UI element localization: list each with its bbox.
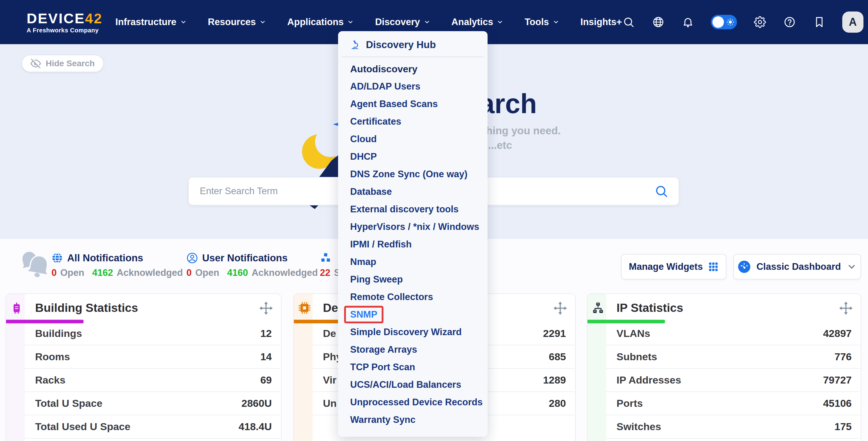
menu-item-tcp-port-scan[interactable]: TCP Port Scan bbox=[338, 359, 488, 376]
chevron-down-icon bbox=[259, 19, 266, 25]
navbar-actions: A bbox=[622, 11, 864, 33]
eye-off-icon bbox=[31, 58, 41, 69]
stat-row[interactable]: Total Used U Space418.4U bbox=[6, 415, 281, 438]
snmp-highlight-box[interactable]: SNMP bbox=[344, 306, 383, 323]
widget-title: IP Statistics bbox=[617, 301, 683, 314]
menu-insights[interactable]: Insights+ bbox=[581, 16, 622, 28]
stat-row[interactable]: VLANs42897 bbox=[587, 322, 861, 345]
menu-item-agent-based-scans[interactable]: Agent Based Scans bbox=[338, 95, 488, 113]
widget-title: Building Statistics bbox=[35, 301, 138, 314]
gauge-icon bbox=[738, 260, 751, 273]
menu-item-remote-collectors[interactable]: Remote Collectors bbox=[338, 288, 488, 306]
notifications-bell-icon bbox=[17, 246, 53, 284]
autodiscovery-menu-list: Autodiscovery AD/LDAP Users Agent Based … bbox=[338, 60, 488, 429]
search-subtitle-fragment-2: ...etc bbox=[488, 139, 512, 151]
stat-row[interactable]: Rooms14 bbox=[6, 345, 281, 368]
widget-rows: VLANs42897 Subnets776 IP Addresses79727 … bbox=[587, 322, 861, 439]
menu-item-simple-discovery-wizard[interactable]: Simple Discovery Wizard bbox=[338, 323, 488, 341]
stat-row[interactable]: Total U Space2860U bbox=[6, 392, 281, 415]
move-handle-icon[interactable] bbox=[553, 301, 567, 315]
main-menu: Infrastructure Resources Applications Di… bbox=[115, 16, 622, 28]
menu-analytics[interactable]: Analytics bbox=[452, 16, 504, 28]
user-notifications-title: User Notifications bbox=[202, 252, 287, 264]
menu-item-ipmi-redfish[interactable]: IPMI / Redfish bbox=[338, 236, 488, 253]
move-handle-icon[interactable] bbox=[259, 301, 273, 315]
chevron-down-icon bbox=[180, 19, 187, 25]
global-search-heading-fragment: arch bbox=[479, 88, 537, 120]
widget-title-fragment: De bbox=[323, 301, 338, 314]
widget-ip-statistics: IP Statistics VLANs42897 Subnets776 IP A… bbox=[587, 294, 861, 441]
discovery-dropdown-menu: Discovery Hub Autodiscovery AD/LDAP User… bbox=[338, 31, 488, 437]
all-notifications-stats: 0 Open 4162 Acknowledged bbox=[52, 267, 183, 278]
menu-item-warranty-sync[interactable]: Warranty Sync bbox=[338, 411, 488, 429]
cpu-icon bbox=[298, 301, 311, 314]
chevron-down-icon bbox=[424, 19, 430, 25]
menu-item-ad-ldap-users[interactable]: AD/LDAP Users bbox=[338, 78, 488, 95]
menu-item-ping-sweep[interactable]: Ping Sweep bbox=[338, 271, 488, 288]
third-notifications-group[interactable]: 22 S bbox=[320, 239, 340, 278]
stat-row[interactable]: Ports45106 bbox=[587, 392, 861, 415]
help-icon[interactable] bbox=[783, 15, 796, 29]
stat-row[interactable]: IP Addresses79727 bbox=[587, 369, 861, 392]
cubes-icon bbox=[320, 252, 332, 264]
menu-discovery[interactable]: Discovery bbox=[375, 16, 430, 28]
menu-item-certificates[interactable]: Certificates bbox=[338, 113, 488, 130]
manage-widgets-button[interactable]: Manage Widgets bbox=[621, 254, 726, 279]
hide-search-label: Hide Search bbox=[46, 59, 95, 68]
sun-icon bbox=[726, 18, 735, 27]
avatar[interactable]: A bbox=[842, 11, 864, 33]
toggle-knob bbox=[712, 16, 724, 28]
menu-item-discovery-hub[interactable]: Discovery Hub bbox=[338, 31, 488, 50]
menu-infrastructure[interactable]: Infrastructure bbox=[115, 16, 187, 28]
menu-resources[interactable]: Resources bbox=[208, 16, 266, 28]
building-icon bbox=[10, 301, 23, 314]
chevron-down-icon bbox=[347, 19, 354, 25]
user-notifications-stats: 0 Open 4160 Acknowledged bbox=[186, 267, 318, 278]
globe-filled-icon bbox=[52, 252, 63, 264]
chevron-down-icon bbox=[553, 19, 559, 25]
menu-item-snmp[interactable]: SNMP bbox=[338, 306, 488, 323]
globe-icon[interactable] bbox=[652, 15, 665, 29]
stat-row[interactable]: Racks69 bbox=[6, 369, 281, 392]
device42-logo[interactable]: DEVICE42 A Freshworks Company bbox=[27, 11, 102, 33]
menu-item-nmap[interactable]: Nmap bbox=[338, 253, 488, 271]
menu-item-hypervisors-nix-windows[interactable]: HyperVisors / *nix / Windows bbox=[338, 218, 488, 236]
menu-item-external-discovery-tools[interactable]: External discovery tools bbox=[338, 201, 488, 218]
logo-brand: DEVICE bbox=[27, 10, 85, 26]
third-notifications-stats: 22 S bbox=[320, 267, 340, 278]
menu-item-dhcp[interactable]: DHCP bbox=[338, 148, 488, 165]
search-icon[interactable] bbox=[654, 184, 668, 198]
chevron-down-icon bbox=[497, 19, 503, 25]
network-icon bbox=[591, 301, 605, 314]
stat-row[interactable]: Switches175 bbox=[587, 415, 861, 438]
chevron-down-icon bbox=[846, 262, 857, 272]
logo-brand-accent: 42 bbox=[85, 10, 102, 26]
gear-icon[interactable] bbox=[753, 15, 767, 29]
menu-item-storage-arrays[interactable]: Storage Arrays bbox=[338, 341, 488, 359]
search-subtitle-fragment-1: thing you need. bbox=[483, 125, 561, 137]
bookmark-icon[interactable] bbox=[813, 15, 826, 29]
stat-row[interactable]: Subnets776 bbox=[587, 345, 861, 368]
user-notifications-group[interactable]: User Notifications 0 Open 4160 Acknowled… bbox=[186, 239, 318, 278]
menu-item-cloud[interactable]: Cloud bbox=[338, 130, 488, 148]
user-circle-icon bbox=[186, 252, 198, 264]
search-icon[interactable] bbox=[622, 15, 635, 29]
bell-icon[interactable] bbox=[681, 15, 694, 29]
menu-section-autodiscovery: Autodiscovery bbox=[338, 60, 488, 78]
move-handle-icon[interactable] bbox=[839, 301, 853, 315]
device42-dashboard: DEVICE42 A Freshworks Company Infrastruc… bbox=[0, 0, 868, 441]
menu-item-ucs-aci-load-balancers[interactable]: UCS/ACI/Load Balancers bbox=[338, 376, 488, 394]
logo-tagline: A Freshworks Company bbox=[27, 27, 102, 33]
menu-item-dns-zone-sync[interactable]: DNS Zone Sync (One way) bbox=[338, 165, 488, 183]
grid-icon bbox=[708, 262, 718, 272]
menu-item-unprocessed-device-records[interactable]: Unprocessed Device Records bbox=[338, 394, 488, 411]
theme-toggle[interactable] bbox=[711, 15, 737, 29]
menu-tools[interactable]: Tools bbox=[525, 16, 559, 28]
stat-row[interactable]: Buildings12 bbox=[6, 322, 281, 345]
widget-rows: Buildings12 Rooms14 Racks69 Total U Spac… bbox=[6, 322, 281, 439]
menu-applications[interactable]: Applications bbox=[287, 16, 354, 28]
all-notifications-group[interactable]: All Notifications 0 Open 4162 Acknowledg… bbox=[52, 239, 183, 278]
hide-search-button[interactable]: Hide Search bbox=[22, 55, 103, 72]
menu-item-database[interactable]: Database bbox=[338, 183, 488, 201]
classic-dashboard-selector[interactable]: Classic Dashboard bbox=[733, 254, 861, 279]
